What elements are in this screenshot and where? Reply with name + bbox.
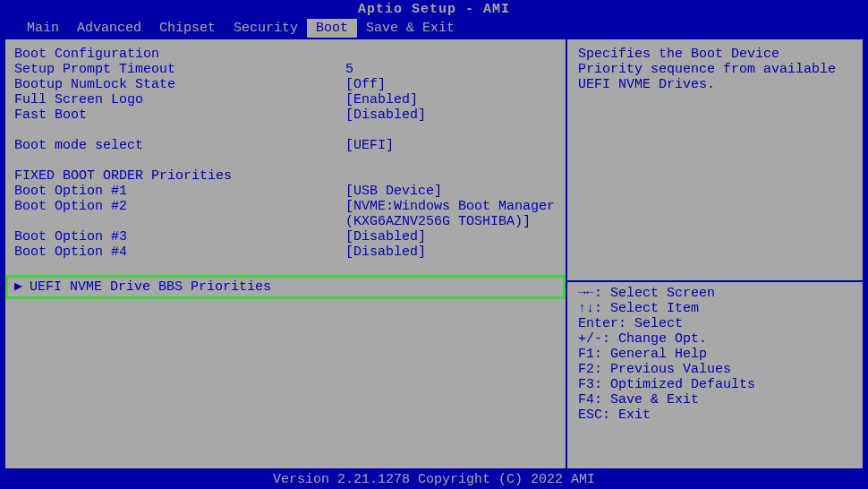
menu-save-exit[interactable]: Save & Exit [357,19,464,38]
bios-screen: Aptio Setup - AMI Main Advanced Chipset … [0,0,868,489]
uefi-nvme-bbs-priorities[interactable]: ▶ UEFI NVME Drive BBS Priorities [5,275,566,299]
setting-value: [Off] [345,77,557,92]
setting-value: [Disabled] [345,244,557,260]
key-help-section: →←: Select Screen ↑↓: Select Item Enter:… [567,280,863,423]
setting-value: [Disabled] [345,229,557,244]
setting-value: [Enabled] [345,92,557,107]
submenu-arrow-icon: ▶ [14,279,22,295]
menu-bar: Main Advanced Chipset Security Boot Save… [0,19,868,38]
setting-label: Boot Option #2 [14,199,345,229]
setting-value: [Disabled] [345,107,557,123]
fast-boot[interactable]: Fast Boot [Disabled] [14,107,557,123]
boot-option-4[interactable]: Boot Option #4 [Disabled] [14,244,557,260]
help-description: Specifies the Boot Device Priority seque… [578,47,852,92]
boot-option-3[interactable]: Boot Option #3 [Disabled] [14,229,557,244]
key-help-line: ↑↓: Select Item [578,301,852,316]
full-screen-logo[interactable]: Full Screen Logo [Enabled] [14,92,557,107]
setting-label: Bootup NumLock State [14,77,345,92]
setting-label: Setup Prompt Timeout [14,62,345,77]
menu-main[interactable]: Main [18,19,68,38]
menu-security[interactable]: Security [225,19,307,38]
key-help-line: F4: Save & Exit [578,392,852,408]
key-help-line: →←: Select Screen [578,286,852,301]
boot-order-header: FIXED BOOT ORDER Priorities [14,168,557,184]
boot-config-header: Boot Configuration [14,47,557,62]
bootup-numlock[interactable]: Bootup NumLock State [Off] [14,77,557,92]
setting-label: Boot Option #4 [14,244,345,260]
boot-option-2[interactable]: Boot Option #2 [NVME:Windows Boot Manage… [14,199,557,229]
setting-label: Boot mode select [14,138,345,153]
setting-label: Fast Boot [14,107,345,123]
menu-boot[interactable]: Boot [307,19,357,38]
setting-value: [NVME:Windows Boot Manager (KXG6AZNV256G… [345,199,557,229]
setting-label: Boot Option #3 [14,229,345,244]
menu-chipset[interactable]: Chipset [150,19,225,38]
help-panel: Specifies the Boot Device Priority seque… [567,39,863,468]
main-area: Boot Configuration Setup Prompt Timeout … [4,38,864,470]
setting-value: 5 [345,62,557,77]
setting-label: Boot Option #1 [14,184,345,199]
setting-value: [UEFI] [345,138,557,153]
key-help-line: F2: Previous Values [578,362,852,377]
setting-label: Full Screen Logo [14,92,345,107]
submenu-label: UEFI NVME Drive BBS Priorities [30,279,271,295]
boot-mode-select[interactable]: Boot mode select [UEFI] [14,138,557,153]
key-help-line: F1: General Help [578,347,852,362]
key-help-line: +/-: Change Opt. [578,331,852,347]
setting-value: [USB Device] [345,184,557,199]
menu-advanced[interactable]: Advanced [68,19,150,38]
setup-prompt-timeout[interactable]: Setup Prompt Timeout 5 [14,62,557,77]
key-help-line: ESC: Exit [578,408,852,423]
key-help-line: Enter: Select [578,316,852,331]
settings-panel: Boot Configuration Setup Prompt Timeout … [5,39,567,468]
boot-option-1[interactable]: Boot Option #1 [USB Device] [14,184,557,199]
key-help-line: F3: Optimized Defaults [578,377,852,392]
title-bar: Aptio Setup - AMI [0,0,868,19]
footer-version: Version 2.21.1278 Copyright (C) 2022 AMI [0,470,868,489]
